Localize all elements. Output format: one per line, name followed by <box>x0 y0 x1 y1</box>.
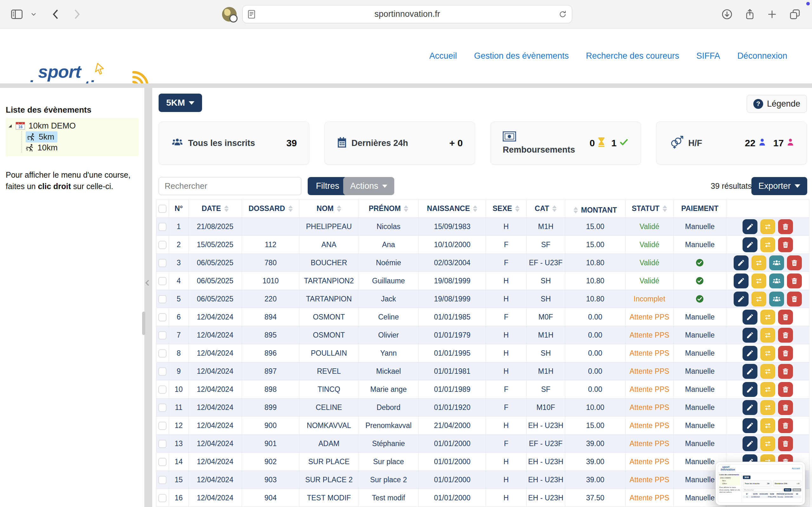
address-bar[interactable]: sportinnovation.fr <box>242 5 572 23</box>
pencil-action-button[interactable] <box>743 418 757 433</box>
pencil-action-button[interactable] <box>743 436 757 451</box>
actions-dropdown-button[interactable]: Actions <box>343 177 394 195</box>
swap-action-button[interactable] <box>760 219 775 234</box>
row-checkbox[interactable] <box>158 223 167 231</box>
nav-gestion-evenements[interactable]: Gestion des évènements <box>474 51 569 61</box>
trash-action-button[interactable] <box>778 309 793 325</box>
trash-action-button[interactable] <box>787 292 802 306</box>
swap-action-button[interactable] <box>760 364 775 379</box>
pencil-action-button[interactable] <box>743 219 757 234</box>
pencil-action-button[interactable] <box>743 400 757 415</box>
swap-action-button[interactable] <box>760 309 775 325</box>
trash-action-button[interactable] <box>778 418 793 433</box>
pencil-action-button[interactable] <box>734 274 749 288</box>
trash-action-button[interactable] <box>778 364 793 379</box>
trash-action-button[interactable] <box>778 237 793 252</box>
trash-action-button[interactable] <box>778 400 793 415</box>
tree-node-5km-selected[interactable]: 5km <box>26 131 57 143</box>
trash-action-button[interactable] <box>787 256 802 270</box>
share-icon[interactable] <box>745 9 755 20</box>
pencil-action-button[interactable] <box>743 309 757 325</box>
tree-node-event[interactable]: 16 10km DEMO <box>8 120 137 131</box>
row-checkbox[interactable] <box>158 476 167 484</box>
search-input[interactable] <box>159 177 301 195</box>
swap-action-button[interactable] <box>760 400 775 415</box>
column-header-CAT[interactable]: CAT <box>526 200 565 218</box>
row-checkbox[interactable] <box>158 494 167 502</box>
column-header-NAISSANCE[interactable]: NAISSANCE <box>419 200 486 218</box>
tree-node-5km[interactable]: 5km <box>26 131 137 142</box>
reload-icon[interactable] <box>559 10 567 18</box>
tab-overview-icon[interactable] <box>789 9 801 20</box>
pencil-action-button[interactable] <box>743 328 757 343</box>
race-select-button[interactable]: 5KM <box>159 94 202 112</box>
sidebar-toggle-icon[interactable] <box>11 9 23 19</box>
nav-siffa[interactable]: SIFFA <box>696 51 720 61</box>
pencil-action-button[interactable] <box>734 256 749 270</box>
row-checkbox[interactable] <box>158 331 167 339</box>
back-button[interactable] <box>51 9 60 20</box>
tree-expander-icon[interactable] <box>8 123 12 128</box>
users-action-button[interactable] <box>769 292 784 306</box>
trash-action-button[interactable] <box>778 219 793 234</box>
select-all-checkbox[interactable] <box>158 205 167 213</box>
row-checkbox[interactable] <box>158 259 167 267</box>
filters-button[interactable]: Filtres <box>308 177 348 195</box>
downloads-icon[interactable] <box>721 9 733 20</box>
swap-action-button[interactable] <box>751 292 766 306</box>
row-checkbox[interactable] <box>158 349 167 357</box>
swap-action-button[interactable] <box>760 328 775 343</box>
users-action-button[interactable] <box>769 274 784 288</box>
row-checkbox[interactable] <box>158 440 167 448</box>
male-person-icon <box>758 138 766 149</box>
pencil-action-button[interactable] <box>743 346 757 361</box>
pencil-action-button[interactable] <box>743 382 757 397</box>
trash-action-button[interactable] <box>778 382 793 397</box>
trash-action-button[interactable] <box>778 346 793 361</box>
row-checkbox[interactable] <box>158 277 167 285</box>
screenshot-thumbnail-overlay[interactable]: sportinnovation Accueil Liste des évènem… <box>715 462 805 505</box>
pencil-action-button[interactable] <box>743 237 757 252</box>
nav-deconnexion[interactable]: Déconnexion <box>737 51 787 61</box>
swap-action-button[interactable] <box>751 256 766 270</box>
pencil-action-button[interactable] <box>743 364 757 379</box>
nav-recherche-coureurs[interactable]: Recherche des coureurs <box>586 51 679 61</box>
row-checkbox[interactable] <box>158 368 167 376</box>
legend-button[interactable]: ? Légende <box>747 95 807 113</box>
column-header-STATUT[interactable]: STATUT <box>625 200 673 218</box>
swap-action-button[interactable] <box>760 382 775 397</box>
swap-action-button[interactable] <box>760 418 775 433</box>
row-checkbox[interactable] <box>158 241 167 249</box>
row-checkbox[interactable] <box>158 458 167 466</box>
row-checkbox[interactable] <box>158 386 167 394</box>
new-tab-icon[interactable] <box>767 9 777 19</box>
trash-action-button[interactable] <box>778 436 793 451</box>
row-checkbox[interactable] <box>158 295 167 303</box>
sidebar-collapse-handle[interactable] <box>145 280 151 286</box>
column-header-DATE[interactable]: DATE <box>188 200 242 218</box>
tree-node-10km[interactable]: 10km <box>26 142 137 153</box>
column-header-MONTANT[interactable]: MONTANT <box>565 200 625 218</box>
sidebar-scrollbar[interactable] <box>142 312 145 335</box>
nav-accueil[interactable]: Accueil <box>429 51 457 61</box>
chevron-down-icon[interactable] <box>31 12 36 16</box>
swap-action-button[interactable] <box>760 237 775 252</box>
swap-action-button[interactable] <box>760 436 775 451</box>
column-header-DOSSARD[interactable]: DOSSARD <box>242 200 299 218</box>
site-favicon[interactable] <box>222 7 237 21</box>
reader-icon[interactable] <box>248 10 255 19</box>
swap-action-button[interactable] <box>751 274 766 288</box>
row-checkbox[interactable] <box>158 404 167 412</box>
export-dropdown-button[interactable]: Exporter <box>751 177 807 195</box>
row-checkbox[interactable] <box>158 421 167 430</box>
column-header-NOM[interactable]: NOM <box>299 200 359 218</box>
swap-action-button[interactable] <box>760 346 775 361</box>
trash-action-button[interactable] <box>787 274 802 288</box>
row-checkbox[interactable] <box>158 313 167 321</box>
column-header-PRÉNOM[interactable]: PRÉNOM <box>359 200 419 218</box>
trash-action-button[interactable] <box>778 328 793 343</box>
column-header-SEXE[interactable]: SEXE <box>486 200 526 218</box>
users-action-button[interactable] <box>769 256 784 270</box>
pencil-action-button[interactable] <box>734 292 749 306</box>
forward-button[interactable] <box>73 9 81 20</box>
